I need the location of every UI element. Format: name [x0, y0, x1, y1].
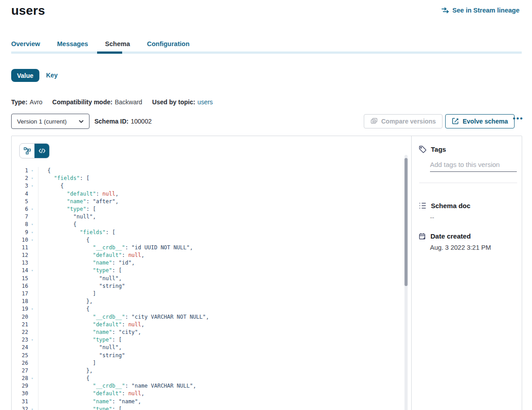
evolve-schema-label: Evolve schema [463, 118, 508, 125]
fold-toggle-icon[interactable]: ▾ [28, 336, 36, 344]
line-number: 6 [12, 205, 28, 213]
code-line: 8▾ { [12, 221, 404, 228]
tag-icon [419, 145, 426, 153]
line-number: 2 [12, 175, 28, 182]
schema-panel: 1▾{2▾ "fields": [3▾ {4 "default": null,5… [11, 136, 522, 410]
key-toggle-button[interactable]: Key [46, 72, 58, 79]
editor-view-toggle [19, 143, 50, 158]
schema-doc-title: Schema doc [431, 202, 470, 209]
line-number: 21 [12, 321, 28, 329]
more-options-button[interactable]: ••• [513, 114, 523, 123]
tags-input[interactable] [430, 159, 517, 172]
line-number: 1 [12, 167, 28, 175]
tab-bar: Overview Messages Schema Configuration [11, 40, 190, 52]
tab-configuration[interactable]: Configuration [147, 40, 189, 52]
fold-toggle-icon[interactable]: ▾ [28, 236, 36, 244]
code-line: 23▾ "type": [ [12, 336, 404, 344]
schema-id: Schema ID:100002 [94, 118, 152, 125]
code-view-button[interactable] [34, 144, 49, 158]
line-number: 23 [12, 336, 28, 344]
code-line: 15 "null", [12, 275, 404, 282]
meta-topic: Used by topic:users [152, 98, 213, 106]
schema-sidebar: Tags Schema doc -- Date created [411, 136, 522, 410]
code-line: 26 ] [12, 359, 404, 367]
line-number: 24 [12, 344, 28, 351]
value-toggle-button[interactable]: Value [11, 69, 39, 82]
stream-lineage-icon [441, 7, 449, 13]
meta-topic-link[interactable]: users [197, 98, 213, 106]
code-line: 13 "name": "id", [12, 259, 404, 267]
code-line: 29 "__crdb__": "name VARCHAR NULL", [12, 382, 404, 390]
fold-toggle-icon[interactable]: ▾ [28, 205, 36, 213]
stream-lineage-link[interactable]: See in Stream lineage [441, 7, 519, 14]
code-lines[interactable]: 1▾{2▾ "fields": [3▾ {4 "default": null,5… [12, 167, 404, 410]
date-created-heading: Date created [419, 232, 471, 240]
line-number: 16 [12, 282, 28, 290]
list-icon [419, 202, 426, 209]
fold-toggle-icon[interactable]: ▾ [28, 221, 36, 228]
fold-toggle-icon[interactable]: ▾ [28, 375, 36, 382]
version-select[interactable]: Version 1 (current) [11, 114, 89, 129]
tree-view-button[interactable] [20, 144, 34, 158]
fold-toggle-icon[interactable]: ▾ [28, 167, 36, 175]
code-line-text: "name": "city", [38, 329, 141, 336]
line-number: 25 [12, 352, 28, 359]
tab-underline-track [11, 51, 522, 54]
code-line-text: "string" [38, 352, 125, 359]
code-line: 6▾ "type": [ [12, 205, 404, 213]
code-line-text: "fields": [ [38, 229, 115, 236]
editor-scrollbar-thumb[interactable] [404, 158, 408, 286]
code-line-text: }, [38, 298, 93, 305]
code-line: 28▾ { [12, 375, 404, 382]
line-number: 28 [12, 375, 28, 382]
tab-schema[interactable]: Schema [105, 40, 130, 52]
code-line: 7 "null", [12, 213, 404, 221]
code-line-text: "null", [38, 275, 122, 282]
line-number: 3 [12, 182, 28, 190]
line-number: 32 [12, 406, 28, 410]
line-number: 18 [12, 298, 28, 305]
editor-scrollbar-track[interactable] [404, 155, 408, 410]
line-number: 8 [12, 221, 28, 228]
code-line-text: "__crdb__": "id UUID NOT NULL", [38, 244, 193, 252]
code-line-text: "__crdb__": "city VARCHAR NOT NULL", [38, 313, 209, 321]
code-line: 9▾ "fields": [ [12, 229, 404, 236]
code-line: 27 }, [12, 367, 404, 375]
tab-overview[interactable]: Overview [11, 40, 40, 52]
compare-versions-button[interactable]: Compare versions [364, 114, 443, 128]
fold-toggle-icon[interactable]: ▾ [28, 305, 36, 313]
code-line-text: { [38, 221, 77, 228]
code-line-text: "fields": [ [38, 175, 89, 182]
line-number: 27 [12, 367, 28, 375]
fold-toggle-icon[interactable]: ▾ [28, 182, 36, 190]
code-line: 19▾ { [12, 305, 404, 313]
line-number: 26 [12, 359, 28, 367]
fold-toggle-icon[interactable]: ▾ [28, 267, 36, 274]
tab-active-indicator [97, 51, 122, 54]
evolve-schema-button[interactable]: Evolve schema [445, 114, 515, 128]
tags-section-heading: Tags [419, 145, 446, 153]
tags-title: Tags [431, 145, 446, 153]
code-line-text: "__crdb__": "name VARCHAR NULL", [38, 382, 196, 390]
meta-type-label: Type: [11, 98, 27, 106]
version-select-value: Version 1 (current) [17, 118, 67, 125]
code-view-icon [38, 148, 46, 154]
code-line: 2▾ "fields": [ [12, 175, 404, 182]
fold-toggle-icon[interactable]: ▾ [28, 175, 36, 182]
line-number: 17 [12, 290, 28, 298]
fold-toggle-icon[interactable]: ▾ [28, 229, 36, 236]
code-line-text: { [38, 236, 89, 244]
code-line: 18 }, [12, 298, 404, 305]
compare-versions-icon [370, 118, 378, 125]
line-number: 29 [12, 382, 28, 390]
code-line: 31 "name": "name", [12, 398, 404, 406]
code-line: 21 "default": null, [12, 321, 404, 329]
code-line-text: "default": null, [38, 321, 145, 329]
code-line-text: "name": "after", [38, 198, 119, 205]
code-line-text: "null", [38, 344, 122, 351]
tab-messages[interactable]: Messages [57, 40, 88, 52]
code-line-text: "name": "name", [38, 398, 141, 406]
fold-toggle-icon[interactable]: ▾ [28, 406, 36, 410]
line-number: 30 [12, 390, 28, 397]
compare-versions-label: Compare versions [381, 118, 436, 125]
